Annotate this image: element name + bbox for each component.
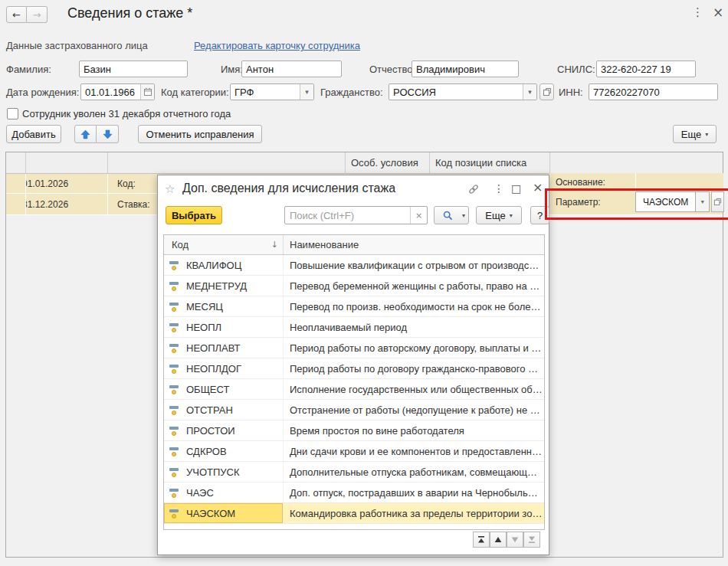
col-name[interactable]: Наименование (284, 235, 544, 254)
edit-employee-card-link[interactable]: Редактировать карточку сотрудника (194, 40, 360, 51)
modal-menu-button[interactable]: ⋮ (494, 183, 504, 194)
citizenship-open-button[interactable] (539, 83, 554, 100)
modal-close-button[interactable]: × (533, 182, 543, 194)
window-close-button[interactable]: × (713, 6, 723, 19)
chevron-down-icon[interactable]: ▾ (300, 84, 313, 100)
catalog-item-icon (169, 404, 182, 416)
chevron-down-icon: ▾ (510, 212, 513, 219)
lastname-field[interactable]: Базин (79, 61, 188, 77)
list-item-name: Неоплачиваемый период (284, 317, 544, 337)
list-item-name: Время простоя по вине работодателя (284, 420, 544, 440)
list-item[interactable]: НЕОПЛ Неоплачиваемый период (164, 317, 544, 338)
col-code[interactable]: Код ↓ (164, 235, 284, 254)
search-input[interactable] (285, 207, 410, 224)
list-item-code: НЕОПЛ (186, 322, 221, 333)
chevron-down-icon[interactable]: ▾ (523, 84, 536, 100)
window-menu-button[interactable]: ⋮ (692, 7, 703, 18)
search-options-button[interactable]: ▾ (434, 206, 469, 224)
add-button[interactable]: Добавить (6, 125, 61, 143)
catalog-item-icon (169, 446, 182, 457)
catalog-item-icon (169, 466, 182, 478)
modal-more-button[interactable]: Еще▾ (476, 206, 522, 224)
category-label: Код категории: (161, 87, 229, 98)
list-item[interactable]: МЕДНЕТРУД Перевод беременной женщины с р… (164, 276, 544, 296)
back-button[interactable]: ← (6, 6, 27, 23)
middlename-label: Отчество: (369, 64, 415, 75)
move-up-button[interactable] (74, 125, 97, 143)
param-dropdown-button[interactable]: ▾ (696, 191, 710, 212)
select-button[interactable]: Выбрать (166, 206, 222, 224)
forward-button[interactable]: → (27, 6, 48, 23)
param-open-button[interactable] (711, 191, 724, 212)
table-header: Особ. условия Код позиции списка (6, 152, 723, 174)
col-position-code[interactable]: Код позиции списка (430, 152, 550, 173)
codes-list: Код ↓ Наименование КВАЛИФОЦ Повышение кв… (163, 234, 545, 530)
dismissed-checkbox-label: Сотрудник уволен 31 декабря отчетного го… (22, 108, 231, 119)
list-item[interactable]: НЕОПЛДОГ Период работы по договору гражд… (164, 358, 544, 379)
period-start-date: 01.01.2026 (26, 178, 68, 189)
sort-desc-icon: ↓ (271, 240, 278, 250)
list-item[interactable]: ОТСТРАН Отстранение от работы (недопущен… (164, 400, 544, 420)
list-item-code: НЕОПЛАВТ (186, 342, 240, 354)
list-item[interactable]: ПРОСТОИ Время простоя по вине работодате… (164, 420, 544, 441)
inn-label: ИНН: (559, 87, 583, 98)
list-item[interactable]: ЧАЭС Доп. отпуск, пострадавших в аварии … (164, 483, 544, 503)
list-item-code: МЕСЯЦ (186, 301, 223, 312)
middlename-field[interactable]: Владимирович (412, 61, 519, 77)
snils-label: СНИЛС: (557, 64, 595, 75)
calendar-icon[interactable] (140, 84, 154, 100)
category-field[interactable]: ГРФ ▾ (230, 83, 314, 100)
list-item-code: КВАЛИФОЦ (186, 260, 241, 271)
list-item[interactable]: СДКРОВ Дни сдачи крови и ее компонентов … (164, 441, 544, 462)
section-label: Данные застрахованного лица (6, 40, 148, 51)
open-window-icon (713, 198, 722, 206)
scroll-to-bottom-button[interactable] (523, 532, 540, 548)
birthdate-label: Дата рождения: (6, 87, 79, 98)
maximize-icon[interactable]: □ (511, 182, 521, 195)
param-value-field[interactable]: ЧАЭСКОМ (635, 191, 696, 212)
favorite-star-icon[interactable]: ☆ (165, 182, 175, 196)
forward-icon: → (33, 9, 41, 21)
list-item[interactable]: ЧАЭСКОМ Командировка работника за предел… (164, 503, 544, 524)
get-link-icon[interactable] (467, 183, 480, 195)
undo-fixes-button[interactable]: Отменить исправления (138, 125, 262, 143)
list-header: Код ↓ Наименование (164, 235, 544, 255)
citizenship-field[interactable]: РОССИЯ ▾ (389, 83, 537, 100)
list-item[interactable]: НЕОПЛАВТ Период работы по авторскому дог… (164, 338, 544, 358)
list-item-code: СДКРОВ (186, 446, 227, 457)
snils-field[interactable]: 322-620-227 19 (596, 61, 696, 77)
move-down-button[interactable] (97, 125, 119, 143)
more-button[interactable]: Еще▾ (673, 125, 717, 143)
scroll-up-icon (494, 535, 503, 544)
list-item-code: ОТСТРАН (186, 404, 233, 416)
list-scroll-buttons (473, 532, 540, 548)
scroll-to-top-button[interactable] (473, 532, 490, 548)
catalog-item-icon (169, 425, 182, 437)
list-item[interactable]: КВАЛИФОЦ Повышение квалификации с отрыво… (164, 255, 544, 276)
col-special-conditions[interactable]: Особ. условия (346, 152, 430, 173)
citizenship-label: Гражданство: (320, 87, 383, 98)
basis-label: Основание: (549, 173, 636, 191)
list-item-name: Командировка работника за пределы террит… (284, 503, 544, 523)
history-nav: ← → (6, 6, 48, 23)
dismissed-checkbox[interactable] (7, 108, 18, 119)
inn-field[interactable]: 772620227070 (589, 83, 718, 100)
scroll-down-button[interactable] (507, 532, 523, 548)
list-item-code: ПРОСТОИ (186, 425, 235, 437)
list-item-name: Период работы по договору гражданско-пра… (284, 358, 544, 378)
list-item-name: Дни сдачи крови и ее компонентов и предо… (284, 441, 544, 461)
list-item[interactable]: МЕСЯЦ Перевод по произв. необходимости н… (164, 296, 544, 317)
scroll-down-icon (510, 535, 520, 544)
birthdate-field[interactable]: 01.01.1966 (80, 83, 155, 100)
list-item-code: МЕДНЕТРУД (186, 280, 247, 292)
basis-row: Основание: (549, 173, 723, 191)
scroll-up-button[interactable] (490, 532, 507, 548)
firstname-field[interactable]: Антон (241, 61, 342, 77)
clear-search-icon[interactable]: × (410, 207, 427, 224)
app-window: ← → Сведения о стаже * ⋮ × Данные застра… (0, 0, 728, 566)
list-item-code: УЧОТПУСК (186, 466, 240, 478)
list-item[interactable]: ОБЩЕСТ Исполнение государственных или об… (164, 379, 544, 400)
help-button[interactable]: ? (530, 206, 549, 224)
list-item[interactable]: УЧОТПУСК Дополнительные отпуска работник… (164, 462, 544, 483)
firstname-label: Имя: (221, 64, 243, 75)
